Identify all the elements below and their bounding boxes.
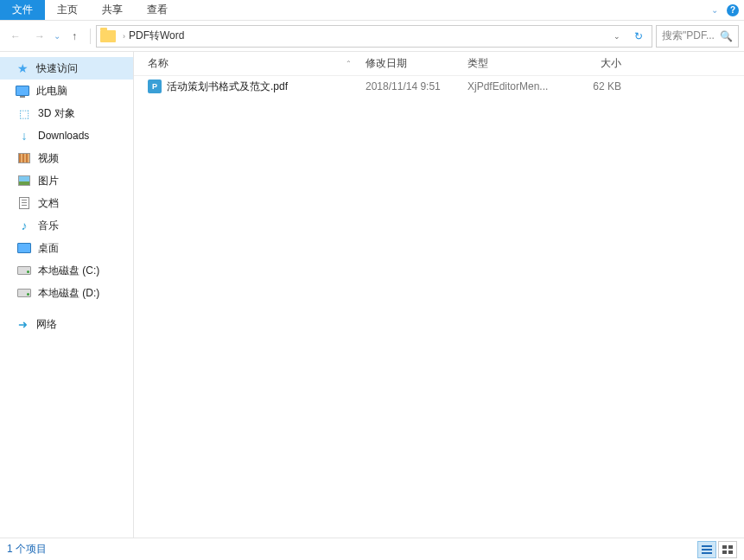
svg-rect-4 [728, 545, 733, 549]
drive-icon [17, 289, 31, 297]
column-header-name[interactable]: 名称 ⌃ [141, 56, 359, 71]
folder-icon [100, 30, 116, 42]
sidebar-item-label: 此电脑 [36, 84, 67, 99]
ribbon-expand-icon[interactable]: ⌄ [711, 5, 718, 15]
sidebar-item-drive-d[interactable]: 本地磁盘 (D:) [0, 282, 133, 304]
sidebar-item-this-pc[interactable]: 此电脑 [0, 80, 133, 102]
sidebar-item-label: 本地磁盘 (D:) [38, 286, 99, 301]
sidebar-item-label: 桌面 [38, 241, 59, 256]
document-icon [19, 197, 29, 209]
sidebar-item-label: 音乐 [38, 219, 59, 233]
sidebar-item-label: 3D 对象 [38, 106, 75, 121]
file-name: 活动策划书格式及范文.pdf [167, 80, 288, 94]
status-item-count: 1 个项目 [7, 542, 47, 557]
sidebar-item-label: 图片 [38, 174, 59, 188]
view-thumbnails-button[interactable] [718, 541, 737, 558]
thumbnails-view-icon [722, 545, 733, 554]
sidebar-item-videos[interactable]: 视频 [0, 147, 133, 169]
sidebar-item-desktop[interactable]: 桌面 [0, 237, 133, 259]
svg-rect-2 [702, 552, 712, 554]
column-header-row: 名称 ⌃ 修改日期 类型 大小 [134, 52, 744, 76]
menu-share[interactable]: 共享 [90, 0, 135, 20]
separator [90, 29, 91, 44]
refresh-icon[interactable]: ↻ [629, 30, 648, 42]
sidebar-item-label: 本地磁盘 (C:) [38, 264, 99, 278]
svg-rect-0 [702, 545, 712, 547]
cube-icon: ⬚ [17, 106, 31, 120]
sidebar-item-pictures[interactable]: 图片 [0, 169, 133, 192]
search-input[interactable]: 搜索"PDF... 🔍 [656, 25, 739, 48]
menu-home[interactable]: 主页 [45, 0, 90, 20]
column-label: 名称 [148, 56, 169, 71]
download-icon: ↓ [17, 129, 31, 143]
file-date: 2018/11/14 9:51 [359, 80, 461, 92]
nav-up-button[interactable]: ↑ [64, 26, 85, 47]
star-icon: ★ [16, 61, 29, 75]
breadcrumb-segment[interactable]: PDF转Word [129, 29, 184, 43]
film-icon [18, 153, 30, 163]
sidebar-item-network[interactable]: ➜ 网络 [0, 313, 133, 335]
image-icon [18, 175, 30, 186]
sort-indicator-icon: ⌃ [346, 60, 352, 67]
search-icon: 🔍 [720, 30, 733, 42]
music-icon: ♪ [17, 219, 31, 232]
file-list-pane: 名称 ⌃ 修改日期 类型 大小 P 活动策划书格式及范文.pdf 2018/11… [134, 52, 744, 538]
desktop-icon [17, 243, 31, 253]
status-bar: 1 个项目 [0, 538, 744, 560]
chevron-right-icon: › [123, 32, 125, 41]
column-header-type[interactable]: 类型 [461, 56, 559, 71]
sidebar-item-label: 网络 [36, 317, 57, 332]
svg-rect-3 [722, 545, 727, 549]
search-placeholder: 搜索"PDF... [662, 29, 715, 43]
sidebar-item-label: 文档 [38, 196, 59, 211]
file-type: XjPdfEditorMen... [461, 80, 559, 92]
help-icon[interactable]: ? [727, 4, 739, 16]
file-row[interactable]: P 活动策划书格式及范文.pdf 2018/11/14 9:51 XjPdfEd… [134, 76, 744, 97]
sidebar-item-drive-c[interactable]: 本地磁盘 (C:) [0, 259, 133, 282]
svg-rect-1 [702, 549, 712, 550]
sidebar-item-3d-objects[interactable]: ⬚ 3D 对象 [0, 102, 133, 124]
column-header-date[interactable]: 修改日期 [359, 56, 461, 71]
nav-back-button[interactable]: ← [5, 26, 26, 47]
svg-rect-6 [728, 550, 733, 554]
sidebar-item-label: 快速访问 [36, 61, 78, 76]
breadcrumb-dropdown-icon[interactable]: ⌄ [608, 32, 626, 41]
menu-view[interactable]: 查看 [135, 0, 180, 20]
sidebar-item-quick-access[interactable]: ★ 快速访问 [0, 57, 133, 80]
nav-forward-button[interactable]: → [29, 26, 50, 47]
file-size: 62 KB [559, 80, 628, 92]
sidebar-item-label: Downloads [38, 130, 89, 142]
sidebar-item-documents[interactable]: 文档 [0, 192, 133, 214]
details-view-icon [702, 545, 712, 554]
view-details-button[interactable] [697, 541, 716, 558]
menubar: 文件 主页 共享 查看 ⌄ ? [0, 0, 744, 21]
pdf-file-icon: P [148, 80, 162, 93]
column-header-size[interactable]: 大小 [559, 56, 628, 71]
sidebar-item-downloads[interactable]: ↓ Downloads [0, 124, 133, 147]
breadcrumb[interactable]: › PDF转Word ⌄ ↻ [96, 25, 652, 48]
monitor-icon [16, 86, 29, 96]
sidebar-item-label: 视频 [38, 151, 59, 166]
navigation-pane: ★ 快速访问 此电脑 ⬚ 3D 对象 ↓ Downloads 视频 图片 文档 … [0, 52, 134, 538]
sidebar-item-music[interactable]: ♪ 音乐 [0, 214, 133, 237]
nav-history-icon[interactable]: ⌄ [54, 31, 60, 41]
drive-icon [17, 266, 31, 275]
svg-rect-5 [722, 550, 727, 554]
network-icon: ➜ [16, 317, 29, 331]
address-bar: ← → ⌄ ↑ › PDF转Word ⌄ ↻ 搜索"PDF... 🔍 [0, 21, 744, 52]
menu-file[interactable]: 文件 [0, 0, 45, 20]
